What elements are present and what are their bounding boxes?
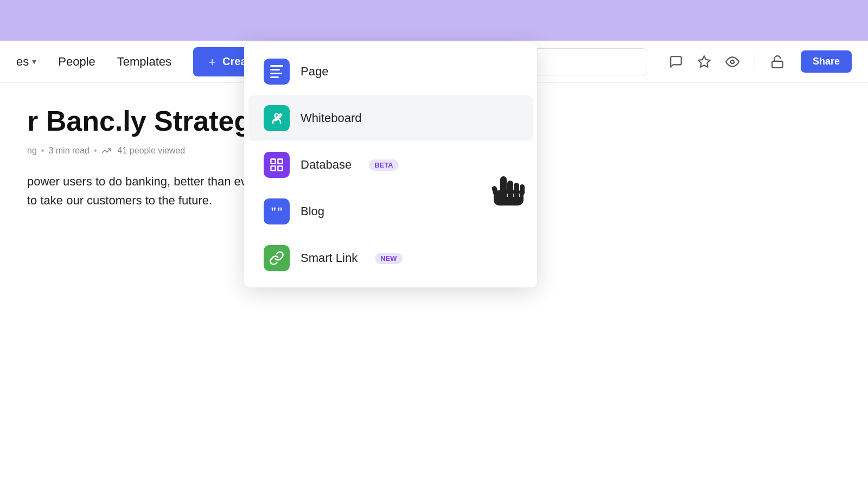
whiteboard-icon	[264, 105, 290, 131]
spaces-label: es	[16, 55, 29, 69]
svg-rect-9	[278, 166, 282, 170]
top-banner	[0, 0, 868, 41]
svg-rect-4	[772, 61, 783, 67]
new-badge: NEW	[375, 253, 402, 264]
toolbar-divider	[755, 54, 755, 70]
meta-read: 3 min read	[48, 146, 90, 156]
nav-templates[interactable]: Templates	[117, 55, 171, 69]
meta-views: 41 people viewed	[118, 146, 186, 156]
nav-left: es ▾ People Templates ＋ Create	[16, 47, 269, 76]
svg-rect-6	[271, 159, 276, 164]
svg-text:": "	[277, 204, 283, 219]
share-button[interactable]: Share	[801, 50, 852, 73]
blog-label: Blog	[301, 204, 324, 219]
create-dropdown: Page Whiteboard Database BETA " "	[244, 42, 537, 287]
database-icon	[264, 152, 290, 178]
plus-icon: ＋	[206, 54, 218, 70]
whiteboard-label: Whiteboard	[301, 111, 362, 125]
svg-point-3	[731, 60, 735, 63]
svg-rect-8	[271, 166, 276, 170]
beta-badge: BETA	[369, 159, 398, 171]
dropdown-item-page[interactable]: Page	[248, 49, 533, 94]
chevron-down-icon: ▾	[32, 56, 36, 67]
eye-icon[interactable]	[723, 53, 742, 71]
svg-marker-2	[698, 56, 710, 67]
star-icon[interactable]	[695, 53, 713, 71]
page-label: Page	[301, 65, 328, 79]
dropdown-item-database[interactable]: Database BETA	[248, 142, 533, 188]
database-label: Database	[301, 158, 352, 172]
dropdown-item-smartlink[interactable]: Smart Link NEW	[248, 235, 533, 281]
views-chart-icon	[101, 146, 111, 156]
dropdown-item-blog[interactable]: " " Blog	[248, 189, 533, 234]
toolbar-icons: Share	[667, 50, 852, 73]
svg-text:": "	[271, 204, 277, 219]
smartlink-icon	[264, 245, 290, 271]
nav-spaces[interactable]: es ▾	[16, 55, 36, 69]
blog-icon: " "	[264, 198, 290, 224]
lock-icon[interactable]	[768, 53, 787, 71]
page-icon	[264, 59, 290, 85]
nav-people[interactable]: People	[58, 55, 95, 69]
meta-author: ng	[27, 146, 37, 156]
dropdown-item-whiteboard[interactable]: Whiteboard	[248, 95, 533, 141]
comment-icon[interactable]	[667, 53, 685, 71]
svg-rect-7	[278, 159, 282, 164]
smartlink-label: Smart Link	[301, 251, 358, 265]
